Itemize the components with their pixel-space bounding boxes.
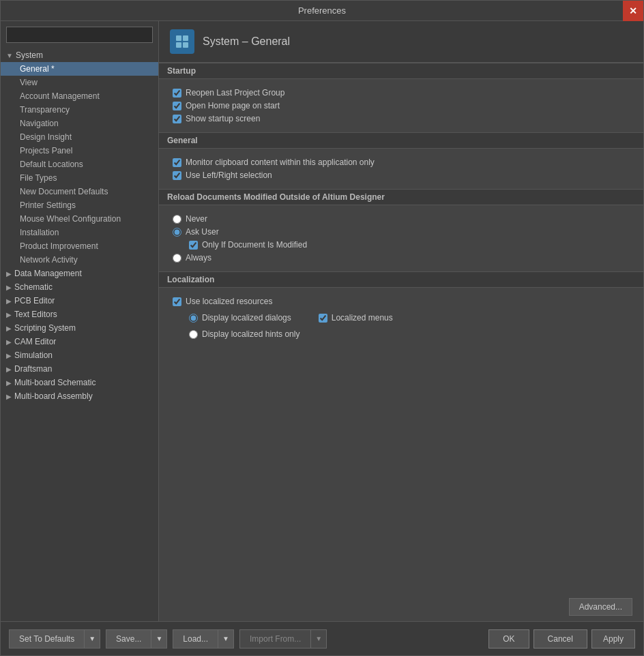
startup-section-content: Reopen Last Project Group Open Home page… bbox=[159, 79, 643, 132]
arrow-text-editors: ▶ bbox=[6, 311, 12, 318]
sidebar-item-multi-board-schematic[interactable]: ▶ Multi-board Schematic bbox=[1, 376, 158, 389]
cancel-button[interactable]: Cancel bbox=[533, 629, 587, 648]
monitor-clipboard-checkbox[interactable] bbox=[173, 158, 181, 167]
display-localized-dialogs-row[interactable]: Display localized dialogs bbox=[189, 313, 291, 323]
sidebar-item-new-document-defaults[interactable]: New Document Defaults bbox=[1, 185, 158, 198]
advanced-button[interactable]: Advanced... bbox=[569, 598, 632, 616]
localized-menus-row[interactable]: Localized menus bbox=[319, 313, 393, 323]
reopen-last-checkbox[interactable] bbox=[173, 89, 181, 98]
always-radio[interactable] bbox=[173, 254, 181, 263]
sidebar-item-product-improvement[interactable]: Product Improvement bbox=[1, 239, 158, 253]
bottom-bar: Set To Defaults ▼ Save... ▼ Load... ▼ Im… bbox=[1, 621, 643, 655]
import-group: Import From... ▼ bbox=[239, 629, 327, 648]
main-content: ▼ System General * View Account Manageme… bbox=[1, 21, 643, 621]
arrow-system: ▼ bbox=[6, 52, 13, 59]
sidebar-item-installation[interactable]: Installation bbox=[1, 226, 158, 239]
sidebar-item-transparency[interactable]: Transparency bbox=[1, 103, 158, 117]
import-from-button[interactable]: Import From... bbox=[239, 629, 311, 648]
only-if-modified-label: Only If Document Is Modified bbox=[202, 240, 307, 250]
show-startup-label: Show startup screen bbox=[186, 114, 260, 123]
localized-menus-label: Localized menus bbox=[332, 313, 393, 323]
content-title: System – General bbox=[203, 35, 290, 48]
reopen-last-label: Reopen Last Project Group bbox=[186, 88, 284, 98]
ask-user-row[interactable]: Ask User bbox=[173, 227, 630, 237]
arrow-schematic: ▶ bbox=[6, 284, 12, 291]
sidebar-item-label: Draftsman bbox=[14, 364, 52, 374]
sidebar-item-account-management[interactable]: Account Management bbox=[1, 89, 158, 103]
display-localized-dialogs-radio[interactable] bbox=[189, 314, 198, 323]
sidebar-item-pcb-editor[interactable]: ▶ PCB Editor bbox=[1, 294, 158, 308]
sidebar-item-draftsman[interactable]: ▶ Draftsman bbox=[1, 362, 158, 376]
sidebar-item-default-locations[interactable]: Default Locations bbox=[1, 158, 158, 171]
use-leftright-row[interactable]: Use Left/Right selection bbox=[173, 170, 630, 180]
sidebar-item-mouse-wheel[interactable]: Mouse Wheel Configuration bbox=[1, 212, 158, 226]
use-localized-checkbox[interactable] bbox=[173, 297, 181, 306]
sidebar-item-simulation[interactable]: ▶ Simulation bbox=[1, 348, 158, 362]
display-localized-hints-row[interactable]: Display localized hints only bbox=[189, 329, 630, 339]
display-localized-hints-radio[interactable] bbox=[189, 330, 198, 339]
reopen-last-row[interactable]: Reopen Last Project Group bbox=[173, 88, 630, 98]
sidebar-item-label: View bbox=[20, 78, 38, 87]
display-localized-dialogs-label: Display localized dialogs bbox=[202, 313, 291, 323]
sidebar-item-label: Scripting System bbox=[14, 323, 76, 333]
arrow-data-management: ▶ bbox=[6, 270, 12, 278]
close-button[interactable]: ✕ bbox=[623, 1, 643, 21]
use-localized-label: Use localized resources bbox=[186, 297, 272, 306]
search-input[interactable] bbox=[6, 27, 153, 43]
use-localized-row[interactable]: Use localized resources bbox=[173, 297, 630, 306]
only-if-modified-row[interactable]: Only If Document Is Modified bbox=[189, 240, 630, 250]
show-startup-row[interactable]: Show startup screen bbox=[173, 114, 630, 123]
open-home-checkbox[interactable] bbox=[173, 102, 181, 110]
ask-user-radio[interactable] bbox=[173, 228, 181, 237]
arrow-multi-board-assembly: ▶ bbox=[6, 393, 12, 400]
always-row[interactable]: Always bbox=[173, 253, 630, 263]
load-button[interactable]: Load... bbox=[173, 629, 218, 648]
localized-menus-checkbox[interactable] bbox=[319, 314, 327, 323]
never-row[interactable]: Never bbox=[173, 214, 630, 224]
sidebar-item-scripting-system[interactable]: ▶ Scripting System bbox=[1, 321, 158, 335]
sidebar-item-general[interactable]: General * bbox=[1, 62, 158, 76]
sidebar-item-cam-editor[interactable]: ▶ CAM Editor bbox=[1, 335, 158, 348]
svg-rect-3 bbox=[183, 42, 188, 48]
sidebar-item-navigation[interactable]: Navigation bbox=[1, 117, 158, 130]
import-dropdown[interactable]: ▼ bbox=[311, 629, 327, 648]
sidebar-item-label: Projects Panel bbox=[20, 146, 72, 155]
sidebar-item-label: Default Locations bbox=[20, 160, 83, 169]
sidebar-item-label: Mouse Wheel Configuration bbox=[20, 214, 121, 224]
content-header: System – General bbox=[159, 21, 643, 63]
set-defaults-group: Set To Defaults ▼ bbox=[9, 629, 100, 648]
show-startup-checkbox[interactable] bbox=[173, 115, 181, 123]
arrow-scripting-system: ▶ bbox=[6, 325, 12, 332]
set-defaults-button[interactable]: Set To Defaults bbox=[9, 629, 85, 648]
ok-button[interactable]: OK bbox=[488, 629, 529, 648]
monitor-clipboard-row[interactable]: Monitor clipboard content within this ap… bbox=[173, 158, 630, 167]
sidebar-item-data-management[interactable]: ▶ Data Management bbox=[1, 267, 158, 280]
sidebar-item-system[interactable]: ▼ System bbox=[1, 48, 158, 62]
sidebar-item-network-activity[interactable]: Network Activity bbox=[1, 253, 158, 267]
content-area: System – General Startup Reopen Last Pro… bbox=[159, 21, 643, 621]
dialog-title: Preferences bbox=[298, 5, 346, 16]
arrow-simulation: ▶ bbox=[6, 352, 12, 359]
never-radio[interactable] bbox=[173, 215, 181, 224]
sidebar-item-schematic[interactable]: ▶ Schematic bbox=[1, 280, 158, 294]
sidebar-item-multi-board-assembly[interactable]: ▶ Multi-board Assembly bbox=[1, 389, 158, 403]
sidebar-item-label: Multi-board Schematic bbox=[14, 378, 96, 387]
sidebar-item-design-insight[interactable]: Design Insight bbox=[1, 130, 158, 144]
sidebar-item-projects-panel[interactable]: Projects Panel bbox=[1, 144, 158, 158]
sidebar-item-file-types[interactable]: File Types bbox=[1, 171, 158, 185]
sidebar-item-label: PCB Editor bbox=[14, 296, 55, 305]
sidebar-item-label: Navigation bbox=[20, 119, 59, 128]
save-dropdown[interactable]: ▼ bbox=[151, 629, 167, 648]
use-leftright-checkbox[interactable] bbox=[173, 171, 181, 180]
sidebar-item-view[interactable]: View bbox=[1, 76, 158, 89]
sidebar-item-text-editors[interactable]: ▶ Text Editors bbox=[1, 308, 158, 321]
only-if-modified-checkbox[interactable] bbox=[189, 241, 198, 250]
save-button[interactable]: Save... bbox=[106, 629, 151, 648]
set-defaults-dropdown[interactable]: ▼ bbox=[85, 629, 100, 648]
apply-button[interactable]: Apply bbox=[591, 629, 635, 648]
open-home-row[interactable]: Open Home page on start bbox=[173, 101, 630, 110]
load-dropdown[interactable]: ▼ bbox=[218, 629, 234, 648]
sidebar-item-label: Account Management bbox=[20, 91, 100, 101]
sidebar-item-printer-settings[interactable]: Printer Settings bbox=[1, 198, 158, 212]
advanced-area: Advanced... bbox=[159, 593, 643, 621]
